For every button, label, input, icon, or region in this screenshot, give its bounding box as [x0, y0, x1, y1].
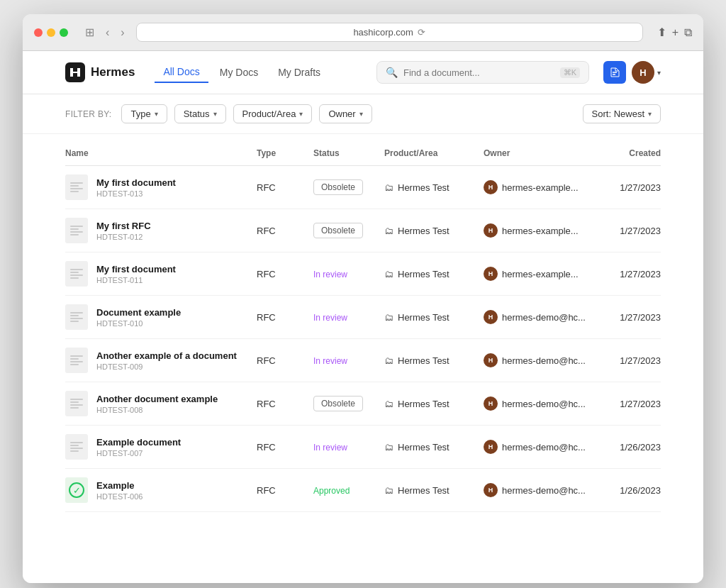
- address-text: hashicorp.com: [353, 27, 413, 38]
- tab-my-drafts[interactable]: My Drafts: [269, 62, 329, 83]
- date-cell: 1/27/2023: [597, 355, 661, 366]
- type-cell: RFC: [257, 355, 313, 366]
- product-cell: 🗂 Hermes Test: [384, 485, 484, 496]
- status-badge: In review: [313, 443, 347, 453]
- doc-id: HDTEST-006: [96, 492, 143, 501]
- doc-id: HDTEST-013: [96, 189, 176, 198]
- header-actions: H ▾: [603, 61, 661, 84]
- table-body: My first document HDTEST-013 RFC Obsolet…: [65, 166, 661, 512]
- sidebar-toggle[interactable]: ⊞: [82, 24, 97, 40]
- app-header: Hermes All Docs My Docs My Drafts 🔍 ⌘K: [23, 51, 703, 94]
- status-cell: Obsolete: [313, 396, 384, 411]
- table-row[interactable]: My first document HDTEST-011 RFC In revi…: [65, 253, 661, 296]
- doc-cell: Another document example HDTEST-008: [65, 391, 257, 416]
- owner-cell: H hermes-example...: [484, 223, 597, 238]
- doc-line: [70, 364, 79, 365]
- doc-line: [70, 355, 83, 357]
- share-button[interactable]: ⬆: [657, 26, 666, 39]
- folder-icon: 🗂: [384, 485, 393, 496]
- browser-nav: ⊞ ‹ ›: [82, 24, 128, 40]
- owner-name: hermes-demo@hc...: [502, 399, 586, 409]
- product-cell: 🗂 Hermes Test: [384, 226, 484, 236]
- owner-filter-label: Owner: [328, 109, 355, 119]
- doc-line: [70, 358, 79, 360]
- date-cell: 1/27/2023: [597, 226, 661, 236]
- date-cell: 1/27/2023: [597, 269, 661, 279]
- doc-info: Document example HDTEST-010: [96, 307, 181, 328]
- type-filter[interactable]: Type ▾: [121, 104, 167, 123]
- owner-name: hermes-demo@hc...: [502, 485, 586, 496]
- documents-table: Name Type Status Product/Area Owner Crea…: [23, 141, 703, 512]
- table-row[interactable]: My first RFC HDTEST-012 RFC Obsolete 🗂 H…: [65, 209, 661, 253]
- table-row[interactable]: Another document example HDTEST-008 RFC …: [65, 382, 661, 426]
- minimize-button[interactable]: [47, 28, 55, 37]
- status-badge: Obsolete: [313, 179, 363, 195]
- doc-id: HDTEST-009: [96, 362, 237, 371]
- table-row[interactable]: Another example of a document HDTEST-009…: [65, 339, 661, 382]
- doc-lines: [70, 312, 83, 322]
- product-filter[interactable]: Product/Area ▾: [233, 104, 313, 123]
- search-icon: 🔍: [386, 67, 398, 78]
- close-button[interactable]: [34, 28, 43, 37]
- address-bar[interactable]: hashicorp.com ⟳: [136, 23, 643, 42]
- doc-line: [70, 231, 83, 233]
- table-row[interactable]: ✓ Example HDTEST-006 RFC Approved 🗂 Herm…: [65, 469, 661, 512]
- sort-button[interactable]: Sort: Newest ▾: [583, 104, 661, 123]
- column-product: Product/Area: [384, 148, 484, 158]
- table-row[interactable]: Document example HDTEST-010 RFC In revie…: [65, 296, 661, 339]
- windows-button[interactable]: ⧉: [684, 26, 692, 39]
- status-cell: In review: [313, 311, 384, 323]
- doc-line: [70, 272, 79, 273]
- product-filter-chevron: ▾: [299, 110, 303, 118]
- doc-lines: [70, 355, 83, 365]
- date-cell: 1/27/2023: [597, 399, 661, 409]
- doc-cell: My first document HDTEST-013: [65, 174, 257, 200]
- table-row[interactable]: My first document HDTEST-013 RFC Obsolet…: [65, 166, 661, 209]
- product-name: Hermes Test: [398, 269, 449, 279]
- doc-title: Example document: [96, 437, 181, 448]
- doc-line: [70, 399, 83, 400]
- new-document-button[interactable]: [603, 61, 626, 84]
- doc-cell: Another example of a document HDTEST-009: [65, 348, 257, 373]
- doc-lines: [70, 269, 83, 279]
- owner-avatar: H: [484, 396, 498, 411]
- app-name: Hermes: [91, 65, 135, 79]
- doc-line: [70, 318, 83, 319]
- type-cell: RFC: [257, 485, 313, 496]
- owner-filter[interactable]: Owner ▾: [319, 104, 372, 123]
- doc-icon-approved: ✓: [65, 477, 88, 503]
- product-cell: 🗂 Hermes Test: [384, 269, 484, 279]
- folder-icon: 🗂: [384, 269, 393, 279]
- doc-icon: [65, 261, 88, 287]
- doc-line: [70, 226, 83, 227]
- status-cell: Obsolete: [313, 179, 384, 195]
- reload-icon[interactable]: ⟳: [418, 27, 425, 38]
- doc-icon: [65, 174, 88, 200]
- owner-avatar: H: [484, 483, 498, 497]
- search-shortcut: ⌘K: [560, 67, 580, 78]
- new-tab-button[interactable]: +: [672, 26, 678, 39]
- search-bar[interactable]: 🔍 ⌘K: [376, 61, 589, 84]
- status-filter[interactable]: Status ▾: [174, 104, 226, 123]
- search-input[interactable]: [403, 67, 554, 78]
- sort-chevron: ▾: [648, 110, 652, 118]
- date-cell: 1/26/2023: [597, 485, 661, 496]
- owner-name: hermes-demo@hc...: [502, 355, 586, 366]
- doc-icon: [65, 218, 88, 243]
- maximize-button[interactable]: [60, 28, 68, 37]
- app-content: Hermes All Docs My Docs My Drafts 🔍 ⌘K: [23, 51, 703, 583]
- table-row[interactable]: Example document HDTEST-007 RFC In revie…: [65, 426, 661, 469]
- owner-avatar: H: [484, 353, 498, 367]
- product-cell: 🗂 Hermes Test: [384, 355, 484, 366]
- doc-icon: [65, 348, 88, 373]
- user-menu[interactable]: H ▾: [632, 61, 661, 84]
- user-avatar: H: [632, 61, 654, 84]
- status-cell: In review: [313, 267, 384, 280]
- back-button[interactable]: ‹: [103, 25, 112, 40]
- doc-lines: [70, 399, 83, 409]
- type-filter-label: Type: [130, 109, 150, 119]
- tab-all-docs[interactable]: All Docs: [155, 62, 208, 83]
- forward-button[interactable]: ›: [118, 25, 127, 40]
- tab-my-docs[interactable]: My Docs: [211, 62, 267, 83]
- status-badge: In review: [313, 356, 347, 366]
